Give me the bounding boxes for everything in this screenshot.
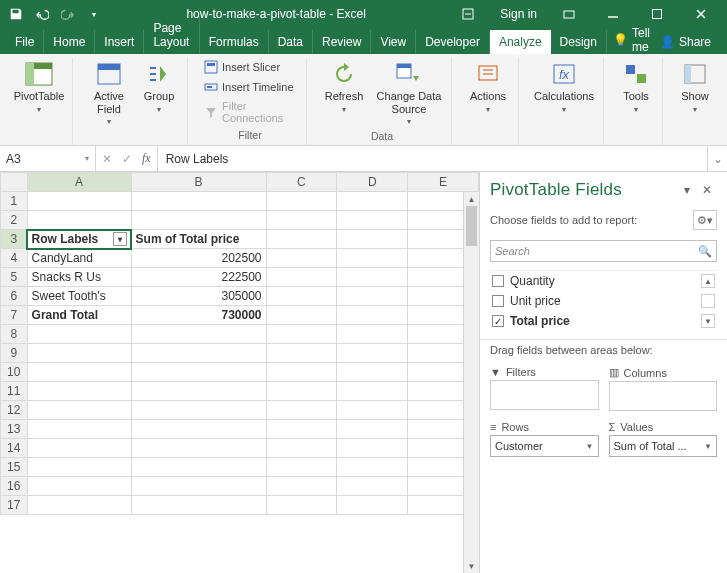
minimize-button[interactable] xyxy=(591,0,635,28)
cell[interactable] xyxy=(27,477,131,496)
calculations-button[interactable]: fxCalculations▾ xyxy=(531,58,597,116)
cell[interactable] xyxy=(266,439,337,458)
share-button[interactable]: 👤Share xyxy=(650,30,721,54)
expand-formula-bar-icon[interactable]: ⌄ xyxy=(707,146,727,171)
tab-review[interactable]: Review xyxy=(313,30,371,54)
cell[interactable] xyxy=(27,496,131,515)
field-layout-button[interactable]: ⚙▾ xyxy=(693,210,717,230)
cell[interactable] xyxy=(27,401,131,420)
tab-insert[interactable]: Insert xyxy=(95,30,144,54)
undo-button[interactable] xyxy=(30,2,54,26)
cell[interactable] xyxy=(266,268,337,287)
cell[interactable]: Snacks R Us xyxy=(27,268,131,287)
cell[interactable] xyxy=(266,420,337,439)
tab-page-layout[interactable]: Page Layout xyxy=(144,16,199,54)
cell[interactable] xyxy=(337,249,408,268)
row-header[interactable]: 12 xyxy=(1,401,28,420)
group-button[interactable]: Group▾ xyxy=(137,58,181,116)
cell[interactable] xyxy=(266,192,337,211)
pane-options-icon[interactable]: ▾ xyxy=(677,183,697,197)
name-box[interactable]: A3▾ xyxy=(0,146,96,171)
cell[interactable] xyxy=(131,439,266,458)
cell[interactable] xyxy=(266,325,337,344)
cell[interactable] xyxy=(337,458,408,477)
insert-slicer-button[interactable]: Insert Slicer xyxy=(200,58,300,76)
cell[interactable] xyxy=(337,306,408,325)
cell[interactable] xyxy=(266,306,337,325)
rows-field-select[interactable]: Customer▼ xyxy=(490,435,599,457)
row-header[interactable]: 1 xyxy=(1,192,28,211)
qat-customize-icon[interactable]: ▾ xyxy=(82,2,106,26)
row-header[interactable]: 11 xyxy=(1,382,28,401)
window-mode-icon[interactable] xyxy=(547,0,591,28)
field-checkbox[interactable]: ✓ xyxy=(492,315,504,327)
cell[interactable] xyxy=(27,344,131,363)
field-row[interactable]: Quantity ▲ xyxy=(490,271,717,291)
cell[interactable] xyxy=(131,420,266,439)
column-header[interactable]: A xyxy=(27,173,131,192)
columns-dropzone[interactable] xyxy=(609,381,718,411)
cell[interactable] xyxy=(131,382,266,401)
column-header[interactable]: D xyxy=(337,173,408,192)
cell[interactable] xyxy=(266,382,337,401)
cell[interactable] xyxy=(131,401,266,420)
column-header[interactable]: C xyxy=(266,173,337,192)
row-header[interactable]: 16 xyxy=(1,477,28,496)
cell[interactable] xyxy=(337,230,408,249)
row-header[interactable]: 4 xyxy=(1,249,28,268)
field-checkbox[interactable] xyxy=(492,295,504,307)
tab-data[interactable]: Data xyxy=(269,30,313,54)
insert-function-icon[interactable]: fx xyxy=(142,151,151,166)
tab-view[interactable]: View xyxy=(371,30,416,54)
tab-formulas[interactable]: Formulas xyxy=(200,30,269,54)
close-pane-icon[interactable]: ✕ xyxy=(697,183,717,197)
cell[interactable] xyxy=(337,477,408,496)
column-header[interactable]: B xyxy=(131,173,266,192)
enter-formula-icon[interactable]: ✓ xyxy=(122,152,132,166)
column-header[interactable]: E xyxy=(408,173,479,192)
filters-dropzone[interactable] xyxy=(490,380,599,410)
filters-area[interactable]: ▼Filters xyxy=(490,364,599,411)
cell[interactable] xyxy=(27,458,131,477)
row-header[interactable]: 17 xyxy=(1,496,28,515)
field-scroll-icon[interactable] xyxy=(701,294,715,308)
cell[interactable]: Grand Total xyxy=(27,306,131,325)
cell[interactable] xyxy=(337,439,408,458)
cell[interactable] xyxy=(337,496,408,515)
field-search-input[interactable]: Search 🔍 xyxy=(490,240,717,262)
scrollbar-thumb[interactable] xyxy=(466,206,477,246)
cell[interactable]: 730000 xyxy=(131,306,266,325)
cell[interactable] xyxy=(27,325,131,344)
field-checkbox[interactable] xyxy=(492,275,504,287)
tab-file[interactable]: File xyxy=(6,30,44,54)
row-header[interactable]: 13 xyxy=(1,420,28,439)
cell[interactable] xyxy=(266,249,337,268)
cell[interactable] xyxy=(337,382,408,401)
field-scroll-icon[interactable]: ▲ xyxy=(701,274,715,288)
cell[interactable] xyxy=(131,192,266,211)
cell[interactable] xyxy=(337,268,408,287)
cell[interactable] xyxy=(131,211,266,230)
field-row[interactable]: ✓ Total price ▼ xyxy=(490,311,717,331)
row-header[interactable]: 15 xyxy=(1,458,28,477)
active-field-button[interactable]: Active Field▾ xyxy=(85,58,133,128)
cell[interactable]: Sweet Tooth's xyxy=(27,287,131,306)
columns-area[interactable]: ▥Columns xyxy=(609,364,718,411)
ribbon-options-icon[interactable] xyxy=(446,0,490,28)
vertical-scrollbar[interactable]: ▲ ▼ xyxy=(463,192,479,573)
cell[interactable] xyxy=(337,287,408,306)
tools-button[interactable]: Tools▾ xyxy=(616,58,656,116)
cell[interactable] xyxy=(266,458,337,477)
cell[interactable] xyxy=(337,325,408,344)
cancel-formula-icon[interactable]: ✕ xyxy=(102,152,112,166)
cell[interactable] xyxy=(27,420,131,439)
cell[interactable] xyxy=(27,363,131,382)
cell[interactable] xyxy=(27,382,131,401)
cell[interactable] xyxy=(337,420,408,439)
row-header[interactable]: 10 xyxy=(1,363,28,382)
cell[interactable] xyxy=(266,211,337,230)
insert-timeline-button[interactable]: Insert Timeline xyxy=(200,78,300,96)
cell[interactable] xyxy=(266,230,337,249)
field-scroll-icon[interactable]: ▼ xyxy=(701,314,715,328)
cell[interactable] xyxy=(337,211,408,230)
